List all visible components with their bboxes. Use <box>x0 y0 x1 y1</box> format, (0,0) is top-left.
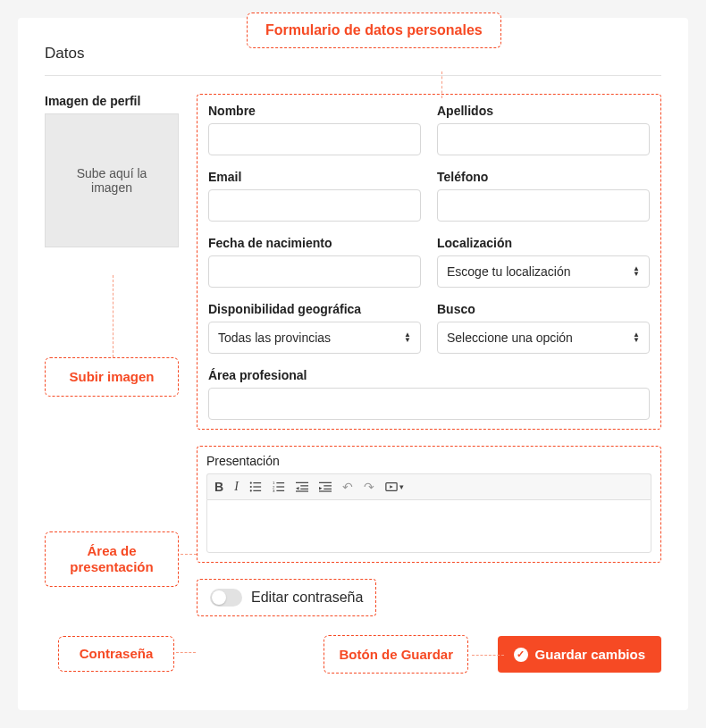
callout-password: Contraseña <box>58 636 174 672</box>
fecha-nacimiento-label: Fecha de nacimiento <box>208 236 421 250</box>
localizacion-label: Localización <box>437 236 650 250</box>
svg-rect-1 <box>253 482 261 483</box>
numbered-list-icon[interactable]: 123 <box>273 481 285 493</box>
callout-save: Botón de Guardar <box>324 635 468 674</box>
italic-icon[interactable]: I <box>234 480 239 494</box>
select-caret-icon: ▲▼ <box>633 266 640 277</box>
disponibilidad-select[interactable]: Todas las provincias ▲▼ <box>208 322 421 354</box>
check-circle-icon: ✓ <box>514 648 528 662</box>
svg-rect-18 <box>324 485 332 486</box>
localizacion-select[interactable]: Escoge tu localización ▲▼ <box>437 255 650 288</box>
connector-line <box>176 652 196 653</box>
profile-form-card: Formulario de datos personales Datos Ima… <box>18 18 688 710</box>
callout-form: Formulario de datos personales <box>247 13 501 48</box>
email-label: Email <box>208 170 421 184</box>
indent-icon[interactable] <box>319 481 332 493</box>
svg-rect-13 <box>300 485 308 486</box>
svg-rect-11 <box>276 490 284 491</box>
svg-rect-15 <box>296 490 308 491</box>
connector-line <box>472 655 504 656</box>
apellidos-label: Apellidos <box>437 104 650 118</box>
redo-icon[interactable]: ↷ <box>364 480 374 494</box>
area-profesional-label: Área profesional <box>208 368 650 382</box>
bold-icon[interactable]: B <box>214 480 223 494</box>
editor-toolbar: B I 123 ↶ ↷ <box>206 473 651 499</box>
telefono-label: Teléfono <box>437 170 650 184</box>
svg-rect-20 <box>319 490 332 491</box>
personal-data-form: Nombre Apellidos Email Teléfono <box>197 94 661 430</box>
profile-image-drop-text: Sube aquí la imagen <box>55 166 169 195</box>
presentation-label: Presentación <box>206 454 651 468</box>
localizacion-selected: Escoge tu localización <box>447 264 571 279</box>
undo-icon[interactable]: ↶ <box>342 480 353 494</box>
svg-text:3: 3 <box>273 489 275 493</box>
svg-point-0 <box>249 482 251 484</box>
nombre-label: Nombre <box>208 104 421 118</box>
svg-rect-14 <box>300 489 308 490</box>
profile-image-dropzone[interactable]: Sube aquí la imagen <box>45 113 179 247</box>
select-caret-icon: ▲▼ <box>404 332 411 343</box>
busco-select[interactable]: Seleccione una opción ▲▼ <box>437 322 650 354</box>
connector-line <box>113 275 113 357</box>
svg-rect-17 <box>319 482 332 483</box>
busco-label: Busco <box>437 302 650 316</box>
svg-rect-9 <box>276 486 284 487</box>
svg-point-4 <box>249 490 251 491</box>
profile-image-label: Imagen de perfil <box>45 94 179 108</box>
outdent-icon[interactable] <box>296 481 308 493</box>
presentation-editor[interactable] <box>206 499 651 553</box>
svg-marker-21 <box>319 487 323 490</box>
chevron-down-icon: ▾ <box>399 482 404 491</box>
area-profesional-input[interactable] <box>208 388 650 420</box>
media-icon[interactable]: ▾ <box>385 481 404 493</box>
disponibilidad-selected: Todas las provincias <box>218 331 331 345</box>
save-button[interactable]: ✓ Guardar cambios <box>498 636 661 673</box>
svg-rect-12 <box>296 482 308 483</box>
callout-presentation: Área de presentación <box>45 531 179 587</box>
svg-rect-19 <box>324 489 332 490</box>
callout-upload: Subir imagen <box>45 357 179 397</box>
page-title: Datos <box>45 45 84 63</box>
busco-selected: Seleccione una opción <box>447 331 573 345</box>
apellidos-input[interactable] <box>437 123 650 155</box>
nombre-input[interactable] <box>208 123 421 155</box>
bullet-list-icon[interactable] <box>249 481 262 493</box>
svg-rect-7 <box>276 482 284 483</box>
disponibilidad-label: Disponibilidad geográfica <box>208 302 421 316</box>
svg-marker-16 <box>296 487 299 490</box>
fecha-nacimiento-input[interactable] <box>208 255 421 288</box>
edit-password-label: Editar contraseña <box>251 590 363 606</box>
svg-point-2 <box>249 486 251 488</box>
select-caret-icon: ▲▼ <box>633 332 640 343</box>
save-button-label: Guardar cambios <box>535 647 645 662</box>
edit-password-toggle[interactable] <box>210 589 242 607</box>
svg-marker-23 <box>390 485 393 489</box>
password-section: Editar contraseña <box>197 579 376 616</box>
connector-line <box>181 554 197 555</box>
header: Datos <box>45 45 661 76</box>
svg-rect-5 <box>253 490 261 491</box>
email-input[interactable] <box>208 189 421 222</box>
svg-rect-3 <box>253 486 261 487</box>
presentation-section: Presentación B I 123 ↶ <box>197 446 661 563</box>
telefono-input[interactable] <box>437 189 650 222</box>
